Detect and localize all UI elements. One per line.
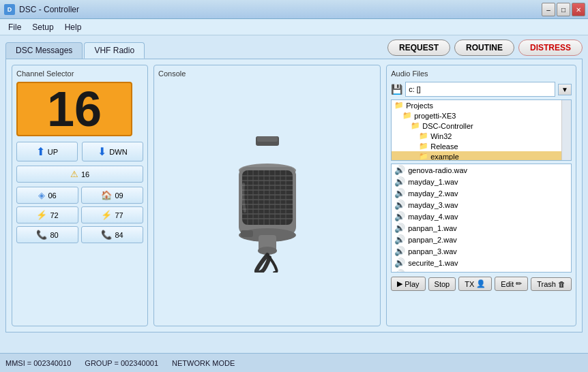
preset-72-icon: ⚡ — [36, 210, 47, 220]
channel-down-button[interactable]: ⬇ DWN — [82, 142, 143, 161]
trash-label: Trash — [537, 280, 556, 288]
wav-icon: 🔊 — [394, 200, 405, 210]
channel-display: 16 — [16, 82, 132, 136]
file-securite-1[interactable]: 🔊 securite_1.wav — [392, 257, 571, 268]
preset-72-label: 72 — [50, 211, 58, 219]
preset-06-label: 06 — [48, 191, 56, 200]
console-panel: Console — [153, 65, 381, 326]
pencil-icon: ✏ — [516, 279, 522, 288]
tabs-and-header: DSC Messages VHF Radio REQUEST ROUTINE D… — [5, 40, 583, 59]
microphone-container — [158, 82, 376, 320]
audio-files-title: Audio Files — [391, 69, 572, 78]
microphone-image — [223, 129, 312, 273]
preset-80-icon: 📞 — [36, 230, 47, 240]
folder-progetti[interactable]: 📁 progetti-XE3 — [392, 110, 571, 121]
preset-80-label: 80 — [50, 231, 58, 239]
maximize-button[interactable]: □ — [557, 3, 570, 16]
stop-label: Stop — [435, 280, 450, 288]
preset-84-button[interactable]: 📞 84 — [81, 226, 143, 243]
routine-button[interactable]: ROUTINE — [454, 40, 514, 56]
svg-rect-26 — [241, 230, 253, 237]
status-mode: NETWORK MODE — [172, 359, 235, 367]
menu-bar: File Setup Help — [0, 19, 588, 35]
folder-release[interactable]: 📁 Release — [392, 141, 571, 151]
tabs: DSC Messages VHF Radio — [5, 42, 145, 59]
preset-09-icon: 🏠 — [101, 190, 112, 200]
up-label: UP — [48, 148, 58, 156]
file-mayday-3[interactable]: 🔊 mayday_3.wav — [392, 199, 571, 211]
request-button[interactable]: REQUEST — [387, 40, 450, 56]
wav-icon: 🔊 — [394, 188, 405, 198]
status-bar: MMSI = 002340010 GROUP = 002340001 NETWO… — [0, 353, 588, 372]
trash-button[interactable]: Trash 🗑 — [531, 277, 572, 291]
file-panpan-1[interactable]: 🔊 panpan_1.wav — [392, 222, 571, 234]
preset-77-icon: ⚡ — [101, 210, 112, 220]
up-icon: ⬆ — [36, 145, 45, 158]
tab-dsc-messages[interactable]: DSC Messages — [5, 42, 83, 59]
warning-icon: ⚠ — [70, 169, 78, 179]
preset-09-button[interactable]: 🏠 09 — [81, 187, 143, 204]
menu-file[interactable]: File — [3, 21, 27, 33]
folder-dsc-controller[interactable]: 📁 DSC-Controller — [392, 121, 571, 131]
preset-77-button[interactable]: ⚡ 77 — [81, 206, 143, 223]
wav-icon: 🔊 — [394, 176, 405, 187]
window-controls: – □ ✕ — [542, 3, 585, 16]
wav-icon: 🔊 — [394, 258, 405, 268]
preset-72-button[interactable]: ⚡ 72 — [16, 206, 78, 223]
folder-icon: 📁 — [411, 121, 420, 130]
audio-controls: ▶ Play Stop TX 👤 Edit ✏ Trash 🗑 — [391, 277, 572, 291]
folder-projects[interactable]: 📁 Projects — [392, 100, 571, 110]
warning-channel-button[interactable]: ⚠ 16 — [16, 166, 143, 183]
title-bar: D DSC - Controller – □ ✕ — [0, 0, 588, 19]
play-button[interactable]: ▶ Play — [391, 277, 425, 291]
tx-button[interactable]: TX 👤 — [458, 277, 492, 291]
drive-icon: 💾 — [391, 84, 402, 95]
down-label: DWN — [109, 148, 127, 156]
wav-icon: 🔊 — [394, 223, 405, 233]
folder-tree[interactable]: 📁 Projects 📁 progetti-XE3 📁 DSC-Controll… — [391, 99, 572, 161]
console-title: Console — [158, 69, 376, 78]
audio-files-panel: Audio Files 💾 c: [] ▼ 📁 Projects 📁 proge… — [386, 65, 576, 326]
menu-help[interactable]: Help — [59, 21, 87, 33]
folder-icon: 📁 — [419, 131, 428, 140]
wav-icon: 🔊 — [394, 234, 405, 245]
menu-setup[interactable]: Setup — [27, 21, 59, 33]
file-panpan-2[interactable]: 🔊 panpan_2.wav — [392, 234, 571, 245]
tab-panel: Channel Selector 16 ⬆ UP ⬇ DWN ⚠ 16 — [5, 59, 583, 332]
file-list[interactable]: 🔊 genova-radio.wav 🔊 mayday_1.wav 🔊 mayd… — [391, 164, 572, 273]
file-securite-lingby[interactable]: 🔊 securite_lingby.wav — [392, 268, 571, 273]
folder-icon: 📁 — [419, 152, 428, 161]
folder-example[interactable]: 📁 example — [392, 151, 571, 161]
channel-selector-title: Channel Selector — [16, 69, 143, 78]
distress-button[interactable]: DISTRESS — [518, 40, 583, 56]
folder-icon: 📁 — [394, 101, 404, 110]
file-genova-radio[interactable]: 🔊 genova-radio.wav — [392, 164, 571, 176]
status-mmsi: MMSI = 002340010 — [5, 359, 71, 367]
stop-button[interactable]: Stop — [428, 277, 456, 291]
status-group: GROUP = 002340001 — [85, 359, 158, 367]
file-panpan-3[interactable]: 🔊 panpan_3.wav — [392, 245, 571, 257]
tree-scrollbar[interactable] — [561, 100, 571, 160]
drive-dropdown-button[interactable]: ▼ — [558, 84, 572, 95]
folder-win32[interactable]: 📁 Win32 — [392, 131, 571, 141]
tx-label: TX — [465, 280, 474, 288]
edit-button[interactable]: Edit ✏ — [495, 277, 528, 291]
close-button[interactable]: ✕ — [572, 3, 585, 16]
svg-rect-4 — [242, 170, 293, 225]
file-mayday-4[interactable]: 🔊 mayday_4.wav — [392, 211, 571, 222]
file-mayday-2[interactable]: 🔊 mayday_2.wav — [392, 187, 571, 199]
preset-06-button[interactable]: ◈ 06 — [16, 187, 78, 204]
minimize-button[interactable]: – — [542, 3, 555, 16]
preset-80-button[interactable]: 📞 80 — [16, 226, 78, 243]
preset-84-icon: 📞 — [101, 230, 112, 240]
file-mayday-1[interactable]: 🔊 mayday_1.wav — [392, 176, 571, 187]
app-icon: D — [4, 4, 15, 15]
channel-up-button[interactable]: ⬆ UP — [16, 142, 78, 161]
wav-icon: 🔊 — [394, 165, 405, 175]
tab-vhf-radio[interactable]: VHF Radio — [84, 42, 145, 59]
trash-icon: 🗑 — [558, 280, 565, 288]
svg-rect-1 — [257, 136, 278, 142]
wav-icon: 🔊 — [394, 211, 405, 221]
channel-controls: ⬆ UP ⬇ DWN — [16, 142, 143, 161]
down-icon: ⬇ — [98, 145, 106, 158]
